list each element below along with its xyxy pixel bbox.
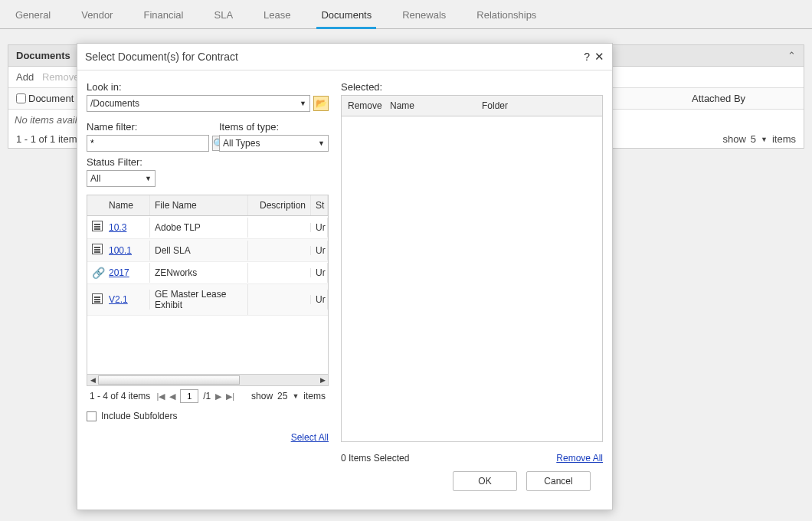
footer-show-count[interactable]: 5 xyxy=(751,133,756,145)
row-name-link[interactable]: V2.1 xyxy=(109,294,128,305)
horizontal-scrollbar[interactable]: ◀ ▶ xyxy=(87,374,328,385)
row-status: Ur xyxy=(311,241,328,260)
chevron-down-icon[interactable]: ▼ xyxy=(292,392,299,400)
table-row[interactable]: 10.3Adobe TLPUr xyxy=(87,216,328,239)
documents-panel-title: Documents xyxy=(8,45,78,66)
select-all-link[interactable]: Select All xyxy=(87,432,329,443)
include-subfolders-checkbox[interactable] xyxy=(87,411,97,421)
look-in-label: Look in: xyxy=(87,81,329,93)
table-row[interactable]: 100.1Dell SLAUr xyxy=(87,239,328,262)
prev-page-button[interactable]: ◀ xyxy=(169,392,175,401)
document-icon xyxy=(92,244,103,254)
col-status[interactable]: St xyxy=(311,195,328,215)
items-of-type-label: Items of type: xyxy=(219,121,329,133)
chevron-down-icon: ▼ xyxy=(300,100,306,107)
col-remove[interactable]: Remove xyxy=(342,96,384,116)
row-description xyxy=(248,268,311,277)
tab-renewals[interactable]: Renewals xyxy=(398,9,450,28)
selected-label: Selected: xyxy=(341,81,603,93)
row-status: Ur xyxy=(311,290,328,310)
collapse-icon[interactable]: ⌃ xyxy=(780,50,804,61)
items-of-type-select[interactable]: All Types ▼ xyxy=(219,135,329,152)
row-file-name: ZENworks xyxy=(150,263,248,283)
chevron-down-icon: ▼ xyxy=(318,139,325,147)
status-filter-label: Status Filter: xyxy=(87,156,205,168)
tab-documents[interactable]: Documents xyxy=(316,9,376,29)
col-description[interactable]: Description xyxy=(248,195,311,215)
browse-folder-button[interactable]: 📂 xyxy=(313,96,329,111)
remove-all-link[interactable]: Remove All xyxy=(556,453,603,464)
table-row[interactable]: 🔗2017ZENworksUr xyxy=(87,262,328,284)
tab-general[interactable]: General xyxy=(11,9,55,28)
pager: |◀ ◀ /1 ▶ ▶| xyxy=(156,389,234,403)
tab-sla[interactable]: SLA xyxy=(209,9,237,28)
help-icon[interactable]: ? xyxy=(584,51,590,63)
look-in-value: /Documents xyxy=(90,98,139,109)
row-status: Ur xyxy=(311,263,328,283)
tab-relationships[interactable]: Relationships xyxy=(472,9,541,28)
scroll-left-icon[interactable]: ◀ xyxy=(87,375,98,385)
col-file-name[interactable]: File Name xyxy=(150,195,248,215)
look-in-select[interactable]: /Documents ▼ xyxy=(87,95,310,112)
col-sel-name[interactable]: Name xyxy=(384,96,476,116)
column-attached-by[interactable]: Attached By xyxy=(692,93,799,104)
close-icon[interactable]: ✕ xyxy=(594,50,604,64)
next-page-button[interactable]: ▶ xyxy=(215,392,221,401)
selected-list: Remove Name Folder xyxy=(341,95,603,442)
show-label: show xyxy=(251,391,273,401)
page-total: /1 xyxy=(203,391,211,401)
last-page-button[interactable]: ▶| xyxy=(226,392,234,401)
grid-range: 1 - 4 of 4 items xyxy=(90,391,150,401)
row-file-name: GE Master Lease Exhibit xyxy=(150,284,248,315)
show-suffix: items xyxy=(303,391,326,401)
row-file-name: Adobe TLP xyxy=(150,218,248,238)
tab-lease[interactable]: Lease xyxy=(259,9,295,28)
page-input[interactable] xyxy=(180,389,198,403)
footer-range: 1 - 1 of 1 items xyxy=(16,133,82,145)
dialog-title: Select Document(s) for Contract xyxy=(85,51,238,63)
selected-count: 0 Items Selected xyxy=(341,453,409,464)
chevron-down-icon: ▼ xyxy=(145,175,152,182)
ok-button[interactable]: OK xyxy=(453,471,517,491)
row-description xyxy=(248,246,311,255)
status-filter-value: All xyxy=(90,173,100,184)
cancel-button[interactable]: Cancel xyxy=(526,471,591,491)
row-status: Ur xyxy=(311,218,328,238)
footer-show-label: show xyxy=(722,133,745,145)
scroll-right-icon[interactable]: ▶ xyxy=(317,375,328,385)
link-icon: 🔗 xyxy=(92,267,105,279)
row-name-link[interactable]: 10.3 xyxy=(109,222,126,233)
row-description xyxy=(248,223,311,232)
table-row[interactable]: V2.1GE Master Lease ExhibitUr xyxy=(87,284,328,316)
col-name[interactable]: Name xyxy=(104,195,150,215)
col-sel-folder[interactable]: Folder xyxy=(476,96,602,116)
items-of-type-value: All Types xyxy=(223,138,260,149)
tab-vendor[interactable]: Vendor xyxy=(77,9,117,28)
row-name-link[interactable]: 2017 xyxy=(109,267,129,278)
add-button[interactable]: Add xyxy=(16,71,34,83)
select-all-checkbox[interactable] xyxy=(16,93,26,103)
row-name-link[interactable]: 100.1 xyxy=(109,245,132,256)
status-filter-select[interactable]: All ▼ xyxy=(87,170,156,187)
footer-show-suffix: items xyxy=(772,133,796,145)
include-subfolders-label: Include Subfolders xyxy=(101,411,177,421)
remove-button: Remove xyxy=(42,71,79,83)
name-filter-input[interactable] xyxy=(87,135,209,152)
folder-icon: 📂 xyxy=(316,98,327,109)
select-documents-dialog: Select Document(s) for Contract ? ✕ Look… xyxy=(77,43,613,510)
documents-grid: Name File Name Description St 10.3Adobe … xyxy=(87,195,329,386)
show-count[interactable]: 25 xyxy=(277,391,287,401)
name-filter-label: Name filter: xyxy=(87,121,205,133)
document-icon xyxy=(92,293,103,304)
grid-header: Name File Name Description St xyxy=(87,195,328,216)
first-page-button[interactable]: |◀ xyxy=(156,392,165,401)
document-icon xyxy=(92,221,103,231)
tab-financial[interactable]: Financial xyxy=(139,9,188,28)
row-description xyxy=(248,295,311,304)
scroll-thumb[interactable] xyxy=(98,375,240,385)
top-tab-bar: General Vendor Financial SLA Lease Docum… xyxy=(0,0,812,29)
row-file-name: Dell SLA xyxy=(150,241,248,260)
chevron-down-icon[interactable]: ▼ xyxy=(761,136,768,143)
